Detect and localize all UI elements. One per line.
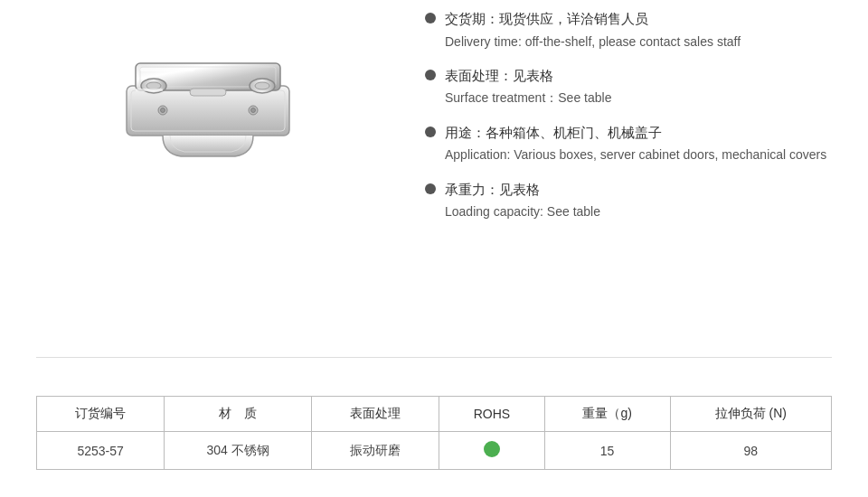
svg-point-7	[255, 82, 269, 89]
table-section: 订货编号 材 质 表面处理 ROHS 重量（g) 拉伸负荷 (N) 5253-5…	[0, 387, 868, 488]
spec-delivery-english: Delivery time: off-the-shelf, please con…	[445, 32, 741, 52]
table-header-row: 订货编号 材 质 表面处理 ROHS 重量（g) 拉伸负荷 (N)	[37, 397, 832, 432]
col-header-weight: 重量（g)	[544, 397, 670, 432]
col-header-load: 拉伸负荷 (N)	[670, 397, 831, 432]
cell-material: 304 不锈钢	[165, 432, 311, 470]
spec-surface-chinese: 表面处理：见表格	[445, 66, 611, 87]
spec-surface-english: Surface treatment：See table	[445, 88, 611, 108]
bullet-dot-application	[425, 127, 436, 137]
spec-delivery-content: 交货期：现货供应，详洽销售人员 Delivery time: off-the-s…	[445, 9, 741, 52]
svg-point-5	[146, 82, 161, 89]
spec-delivery-chinese: 交货期：现货供应，详洽销售人员	[445, 9, 741, 30]
spec-application-chinese: 用途：各种箱体、机柜门、机械盖子	[445, 123, 826, 144]
product-image	[63, 9, 353, 190]
spec-application: 用途：各种箱体、机柜门、机械盖子 Application: Various bo…	[425, 123, 850, 165]
col-header-rohs: ROHS	[439, 397, 545, 432]
spec-application-content: 用途：各种箱体、机柜门、机械盖子 Application: Various bo…	[445, 123, 826, 165]
cell-rohs	[439, 432, 545, 470]
spec-loading-chinese: 承重力：见表格	[445, 180, 600, 201]
col-header-order-no: 订货编号	[37, 397, 165, 432]
clip-svg-icon	[72, 14, 344, 185]
svg-rect-14	[136, 89, 163, 91]
spec-loading-content: 承重力：见表格 Loading capacity: See table	[445, 180, 600, 222]
bullet-dot-loading	[425, 183, 436, 194]
table-row: 5253-57 304 不锈钢 振动研磨 15 98	[37, 432, 832, 470]
spec-application-english: Application: Various boxes, server cabin…	[445, 145, 826, 164]
spec-surface-content: 表面处理：见表格 Surface treatment：See table	[445, 66, 611, 108]
cell-surface: 振动研磨	[311, 432, 439, 470]
cell-weight: 15	[544, 432, 670, 470]
product-data-table: 订货编号 材 质 表面处理 ROHS 重量（g) 拉伸负荷 (N) 5253-5…	[36, 396, 832, 470]
rohs-green-indicator	[484, 441, 500, 457]
svg-point-9	[161, 108, 165, 113]
col-header-material: 材 质	[165, 397, 311, 432]
spec-delivery: 交货期：现货供应，详洽销售人员 Delivery time: off-the-s…	[425, 9, 850, 52]
bullet-dot-delivery	[425, 13, 436, 23]
col-header-surface: 表面处理	[311, 397, 439, 432]
svg-point-11	[251, 108, 256, 113]
cell-load: 98	[670, 432, 831, 470]
spec-loading: 承重力：见表格 Loading capacity: See table	[425, 180, 850, 222]
svg-rect-13	[140, 68, 194, 71]
spec-loading-english: Loading capacity: See table	[445, 202, 600, 221]
spec-surface: 表面处理：见表格 Surface treatment：See table	[425, 66, 850, 108]
bullet-dot-surface	[425, 70, 436, 80]
svg-rect-12	[190, 89, 226, 96]
cell-order-no: 5253-57	[37, 432, 165, 470]
section-divider	[36, 357, 832, 358]
